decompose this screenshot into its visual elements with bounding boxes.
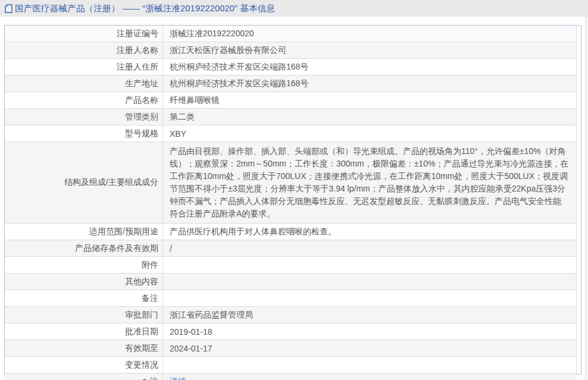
row-label: 生产地址 (5, 76, 163, 92)
table-row-model-spec: 型号规格 XBY (5, 125, 576, 142)
row-label: 其他内容 (5, 274, 163, 290)
row-label: 结构及组成/主要组成成分 (5, 142, 163, 223)
table-row-other-content: 其他内容 (5, 274, 576, 290)
row-value: 产品由目视部、操作部、插入部、头端部或（和）导光束组成。产品的视场角为110°，… (163, 142, 576, 223)
row-label: 产品名称 (5, 92, 163, 108)
row-label: 变更情况 (5, 357, 163, 373)
table-row-storage-validity: 产品储存条件及有效期 / (5, 240, 576, 257)
row-value (163, 274, 576, 290)
row-value: 浙械注准20192220020 (163, 26, 576, 42)
row-value (163, 257, 576, 273)
table-row-approval-department: 审批部门 浙江省药品监督管理局 (5, 307, 576, 324)
row-label: 有效期至 (5, 340, 163, 356)
row-value (163, 357, 576, 373)
page-title: 国产医疗器械产品（注册） —— “浙械注准20192220020” 基本信息 (15, 3, 275, 14)
page: 国产医疗器械产品（注册） —— “浙械注准20192220020” 基本信息 注… (0, 0, 588, 380)
row-label: 审批部门 (5, 307, 163, 323)
row-value: 杭州桐庐经济技术开发区尖端路168号 (163, 59, 576, 75)
row-value (163, 290, 576, 306)
row-value: 第二类 (163, 109, 576, 125)
table-row-management-class: 管理类别 第二类 (5, 109, 576, 125)
info-panel: 注册证编号 浙械注准20192220020 注册人名称 浙江天松医疗器械股份有限… (4, 25, 581, 375)
page-scrollbar[interactable] (585, 17, 588, 380)
row-value: 杭州桐庐经济技术开发区尖端路168号 (163, 76, 576, 92)
table-row-composition: 结构及组成/主要组成成分 产品由目视部、操作部、插入部、头端部或（和）导光束组成… (5, 142, 576, 224)
row-value: 浙江省药品监督管理局 (163, 307, 576, 323)
table-row-note: 注 详情 (5, 373, 576, 380)
row-value: 产品供医疗机构用于对人体鼻腔咽喉的检查。 (163, 224, 576, 240)
row-label: 备注 (5, 290, 163, 306)
row-label: 型号规格 (5, 125, 163, 142)
document-icon (5, 4, 12, 13)
table-row-attachments: 附件 (5, 257, 576, 274)
row-label: 管理类别 (5, 109, 163, 125)
row-label: 注 (5, 373, 163, 380)
row-label: 产品储存条件及有效期 (5, 240, 163, 256)
row-value: / (163, 240, 576, 256)
row-value: 纤维鼻咽喉镜 (163, 92, 576, 108)
row-label: 附件 (5, 257, 163, 273)
row-value: 详情 (163, 373, 576, 380)
row-label: 适用范围/预期用途 (5, 224, 163, 240)
table-row-change-status: 变更情况 (5, 357, 576, 373)
row-value: 浙江天松医疗器械股份有限公司 (163, 42, 576, 58)
page-header-bar: 国产医疗器械产品（注册） —— “浙械注准20192220020” 基本信息 (0, 0, 588, 17)
note-detail-link[interactable]: 详情 (170, 376, 186, 380)
row-label: 批准日期 (5, 324, 163, 340)
table-row-intended-use: 适用范围/预期用途 产品供医疗机构用于对人体鼻腔咽喉的检查。 (5, 224, 576, 240)
table-row-product-name: 产品名称 纤维鼻咽喉镜 (5, 92, 576, 109)
table-row-production-address: 生产地址 杭州桐庐经济技术开发区尖端路168号 (5, 76, 576, 92)
row-label: 注册人名称 (5, 42, 163, 58)
row-label-text: 注 (150, 376, 158, 380)
table-row-reg-number: 注册证编号 浙械注准20192220020 (5, 26, 576, 42)
row-label: 注册人住所 (5, 59, 163, 75)
info-table: 注册证编号 浙械注准20192220020 注册人名称 浙江天松医疗器械股份有限… (5, 26, 577, 374)
table-row-remarks: 备注 (5, 290, 576, 307)
table-row-registrant-address: 注册人住所 杭州桐庐经济技术开发区尖端路168号 (5, 59, 576, 76)
table-row-approval-date: 批准日期 2019-01-18 (5, 324, 576, 340)
table-row-registrant-name: 注册人名称 浙江天松医疗器械股份有限公司 (5, 42, 576, 59)
row-value: XBY (163, 125, 576, 142)
row-label: 注册证编号 (5, 26, 163, 42)
row-value: 2019-01-18 (163, 324, 576, 340)
row-value: 2024-01-17 (163, 340, 576, 356)
table-row-valid-until: 有效期至 2024-01-17 (5, 340, 576, 357)
